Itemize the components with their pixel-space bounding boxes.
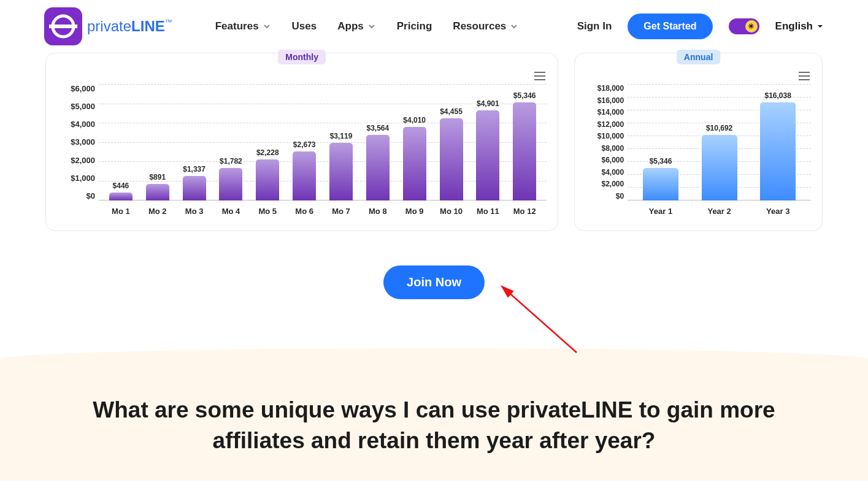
bar-rect bbox=[403, 127, 426, 200]
bar: $4,455 bbox=[433, 107, 470, 200]
chart-menu-icon[interactable] bbox=[799, 72, 810, 80]
ytick-label: $12,000 bbox=[597, 120, 624, 129]
ytick-label: $0 bbox=[86, 191, 95, 200]
bar-rect bbox=[513, 102, 536, 200]
bar-value-label: $4,901 bbox=[477, 99, 499, 108]
bar: $3,564 bbox=[359, 124, 396, 200]
ytick-label: $14,000 bbox=[597, 108, 624, 116]
bar-rect bbox=[702, 135, 737, 200]
ytick-label: $4,000 bbox=[71, 120, 95, 129]
xtick-label: Mo 8 bbox=[359, 207, 396, 216]
ytick-label: $8,000 bbox=[601, 144, 624, 153]
nav-resources[interactable]: Resources bbox=[453, 20, 518, 32]
faq-section: What are some unique ways I can use priv… bbox=[0, 348, 868, 481]
xtick-label: Mo 7 bbox=[323, 207, 359, 216]
annual-plot: $5,346$10,692$16,038 bbox=[628, 84, 811, 200]
xtick-label: Mo 4 bbox=[213, 207, 250, 216]
svg-rect-1 bbox=[49, 25, 77, 28]
bar-value-label: $4,455 bbox=[440, 107, 463, 116]
bar-value-label: $891 bbox=[149, 173, 166, 181]
xtick-label: Mo 10 bbox=[433, 207, 470, 216]
site-header: privateLINE™ Features Uses Apps Pricing … bbox=[0, 0, 868, 53]
bar-rect bbox=[183, 176, 206, 200]
bar-value-label: $446 bbox=[113, 181, 129, 190]
bar-rect bbox=[109, 193, 133, 200]
chevron-down-icon bbox=[367, 22, 376, 31]
sun-icon: ☀ bbox=[745, 20, 758, 32]
bar-value-label: $16,038 bbox=[765, 91, 791, 100]
monthly-plot: $446$891$1,337$1,782$2,228$2,673$3,119$3… bbox=[99, 84, 547, 200]
nav-label: Pricing bbox=[397, 20, 432, 32]
nav-label: Uses bbox=[292, 20, 317, 32]
bar-value-label: $2,673 bbox=[293, 140, 316, 149]
nav-apps[interactable]: Apps bbox=[337, 20, 376, 32]
chevron-down-icon bbox=[510, 22, 518, 31]
nav-uses[interactable]: Uses bbox=[292, 20, 317, 32]
bar-rect bbox=[643, 168, 678, 201]
bar-rect bbox=[440, 118, 463, 200]
bar: $10,692 bbox=[690, 124, 749, 200]
annual-xaxis: Year 1Year 2Year 3 bbox=[628, 200, 811, 216]
bar-rect bbox=[760, 102, 796, 200]
monthly-yaxis: $6,000$5,000$4,000$3,000$2,000$1,000$0 bbox=[57, 84, 99, 200]
bar-value-label: $1,337 bbox=[183, 165, 205, 174]
bar-value-label: $2,228 bbox=[256, 148, 279, 157]
bar: $4,010 bbox=[396, 116, 433, 200]
bar: $2,673 bbox=[286, 140, 323, 200]
xtick-label: Mo 3 bbox=[176, 207, 213, 216]
get-started-button[interactable]: Get Started bbox=[628, 13, 712, 39]
bar-value-label: $3,119 bbox=[330, 132, 353, 140]
language-label: English bbox=[775, 20, 813, 32]
xtick-label: Year 3 bbox=[748, 207, 807, 216]
bar-value-label: $3,564 bbox=[366, 124, 389, 132]
xtick-label: Mo 6 bbox=[286, 207, 323, 216]
monthly-chart-card: Monthly $6,000$5,000$4,000$3,000$2,000$1… bbox=[45, 53, 558, 231]
nav-label: Resources bbox=[453, 20, 506, 32]
chevron-down-icon bbox=[263, 22, 271, 31]
ytick-label: $10,000 bbox=[597, 132, 624, 140]
bar-rect bbox=[256, 159, 279, 200]
bar-value-label: $5,346 bbox=[513, 91, 536, 100]
header-actions: Sign In Get Started ☀ English bbox=[577, 13, 824, 39]
join-now-button[interactable]: Join Now bbox=[383, 265, 485, 299]
ytick-label: $6,000 bbox=[71, 84, 95, 93]
bar-value-label: $5,346 bbox=[650, 157, 672, 166]
bar: $2,228 bbox=[249, 148, 286, 200]
xtick-label: Mo 11 bbox=[469, 207, 506, 216]
bar: $5,346 bbox=[506, 91, 543, 200]
ytick-label: $6,000 bbox=[601, 156, 624, 164]
xtick-label: Mo 2 bbox=[139, 207, 176, 216]
bar-rect bbox=[476, 110, 499, 200]
bar-value-label: $1,782 bbox=[220, 157, 242, 166]
nav-label: Features bbox=[215, 20, 259, 32]
logo[interactable]: privateLINE™ bbox=[44, 7, 172, 45]
xtick-label: Mo 1 bbox=[102, 207, 139, 216]
nav-label: Apps bbox=[337, 20, 364, 32]
bar-value-label: $4,010 bbox=[403, 116, 426, 124]
xtick-label: Year 1 bbox=[631, 207, 690, 216]
theme-toggle[interactable]: ☀ bbox=[729, 18, 759, 34]
svg-line-2 bbox=[502, 286, 577, 353]
nav-features[interactable]: Features bbox=[215, 20, 271, 32]
ytick-label: $2,000 bbox=[601, 180, 624, 188]
cta-section: Join Now bbox=[0, 231, 868, 324]
main-nav: Features Uses Apps Pricing Resources bbox=[215, 20, 519, 32]
bar-rect bbox=[219, 168, 242, 201]
chart-menu-icon[interactable] bbox=[534, 72, 545, 80]
bar-value-label: $10,692 bbox=[706, 124, 732, 132]
nav-pricing[interactable]: Pricing bbox=[397, 20, 432, 32]
signin-link[interactable]: Sign In bbox=[577, 20, 612, 32]
bar: $3,119 bbox=[323, 132, 359, 200]
xtick-label: Year 2 bbox=[690, 207, 749, 216]
monthly-tab: Monthly bbox=[278, 50, 326, 64]
annual-tab: Annual bbox=[677, 50, 720, 64]
bar-rect bbox=[293, 151, 316, 200]
bar: $4,901 bbox=[469, 99, 506, 200]
section-heading: What are some unique ways I can use priv… bbox=[66, 395, 802, 456]
bar: $891 bbox=[139, 173, 176, 200]
ytick-label: $16,000 bbox=[597, 96, 624, 105]
bar-rect bbox=[329, 143, 353, 200]
language-select[interactable]: English bbox=[775, 20, 824, 32]
bar: $446 bbox=[102, 181, 139, 200]
ytick-label: $4,000 bbox=[601, 168, 624, 177]
